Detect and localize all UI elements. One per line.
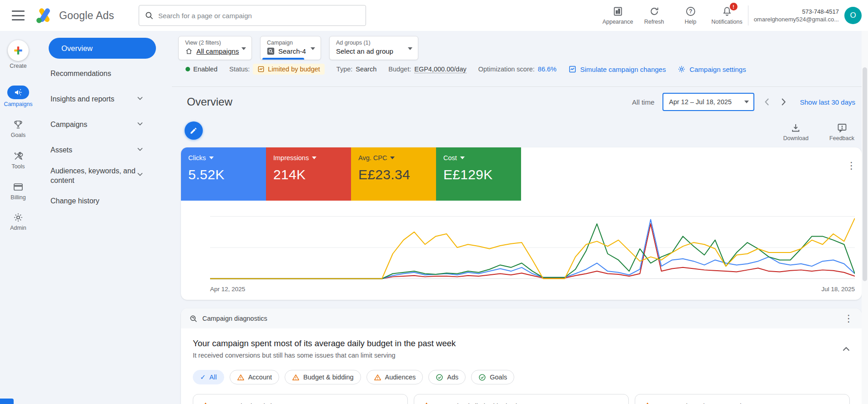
section-divider xyxy=(172,86,862,87)
warning-triangle-icon xyxy=(643,402,652,404)
adgroup-filter-dropdown[interactable]: Ad groups (1) Select an ad group xyxy=(329,36,418,60)
chevron-down-icon xyxy=(137,96,143,100)
refresh-button[interactable]: Refresh xyxy=(636,6,672,25)
check-circle-icon xyxy=(436,374,443,381)
chip-audiences[interactable]: Audiences xyxy=(366,370,423,384)
rail-item-admin[interactable]: Admin xyxy=(0,212,36,231)
view-filter-dropdown[interactable]: View (2 filters) All campaigns xyxy=(178,36,252,60)
campaign-settings-link[interactable]: Campaign settings xyxy=(677,65,746,73)
simulate-campaign-changes-link[interactable]: Simulate campaign changes xyxy=(568,65,666,73)
edit-button[interactable] xyxy=(185,121,203,140)
diagnostics-body: Your campaign spent most of its average … xyxy=(181,328,862,404)
chevron-down-icon xyxy=(137,172,143,176)
scrollbar-thumb[interactable] xyxy=(863,67,867,281)
global-search[interactable] xyxy=(139,5,366,26)
top-bar: Google Ads Appearance Refresh xyxy=(0,0,868,31)
feedback-button[interactable]: Feedback xyxy=(829,122,854,141)
issue-card-limited-by-budget[interactable]: Campaign is limited by budget xyxy=(414,394,629,404)
nav-item-overview[interactable]: Overview xyxy=(49,38,156,59)
chart-actions: Download Feedback xyxy=(783,122,855,141)
chip-account[interactable]: Account xyxy=(230,370,279,384)
refresh-icon xyxy=(649,6,660,17)
chart-canvas xyxy=(210,214,855,282)
optimization-score-label: Optimization score: xyxy=(478,66,535,73)
dropdown-arrow-icon xyxy=(311,47,315,50)
scorecard-clicks[interactable]: Clicks 5.52K xyxy=(181,147,266,201)
secondary-nav: Overview Recommendations Insights and re… xyxy=(36,31,172,404)
campaign-type-icon xyxy=(267,47,275,55)
nav-item-recommendations[interactable]: Recommendations xyxy=(50,69,163,78)
issue-card-not-targeting[interactable]: Not targeting relevant searches xyxy=(635,394,850,404)
google-ads-logo[interactable]: Google Ads xyxy=(35,7,114,24)
diagnostics-filter-chips: ✓ All Account Budget & bidding Audiences xyxy=(193,370,850,384)
topbar-actions: Appearance Refresh ? Help ! Notification xyxy=(600,6,745,25)
budget-value[interactable]: EGP4,000.00/day xyxy=(414,66,466,73)
search-input[interactable] xyxy=(158,12,360,20)
diagnostics-title: Campaign diagnostics xyxy=(202,315,267,322)
type-value: Search xyxy=(356,66,376,73)
app-title: Google Ads xyxy=(59,10,114,22)
rail-item-goals[interactable]: Goals xyxy=(0,119,36,138)
vertical-scrollbar[interactable] xyxy=(862,31,868,404)
chart-menu-button[interactable]: ⋮ xyxy=(847,161,856,170)
dropdown-arrow-icon xyxy=(241,47,246,50)
search-icon xyxy=(145,11,154,20)
time-series-chart xyxy=(210,214,855,282)
dropdown-arrow-icon xyxy=(460,157,465,159)
diagnostics-menu-button[interactable]: ⋮ xyxy=(844,314,853,323)
scorecard-avg-cpc[interactable]: Avg. CPC E£23.34 xyxy=(351,147,436,201)
diagnostics-icon xyxy=(189,314,198,323)
rail-item-campaigns[interactable]: Campaigns xyxy=(0,86,36,107)
rail-item-billing[interactable]: Billing xyxy=(0,182,36,201)
warning-triangle-icon xyxy=(237,374,245,381)
nav-item-insights-and-reports[interactable]: Insights and reports xyxy=(50,94,163,104)
optimization-score-value[interactable]: 86.6% xyxy=(538,66,557,73)
avatar[interactable]: O xyxy=(844,7,862,24)
chip-goals[interactable]: Goals xyxy=(471,370,514,384)
home-icon xyxy=(185,47,193,55)
menu-icon[interactable] xyxy=(12,10,25,20)
show-last-30-days-link[interactable]: Show last 30 days xyxy=(800,98,855,106)
previous-period-button[interactable] xyxy=(763,96,771,108)
diagnostics-headline: Your campaign spent most of its average … xyxy=(193,338,850,348)
scorecard-impressions[interactable]: Impressions 214K xyxy=(266,147,351,201)
all-time-label: All time xyxy=(632,98,654,106)
collapse-chevron-icon[interactable] xyxy=(840,342,853,356)
topbar-divider xyxy=(748,5,748,25)
chart-x-axis: Apr 12, 2025 Jul 18, 2025 xyxy=(210,286,855,293)
limited-by-budget-chip[interactable]: Limited by budget xyxy=(253,64,324,75)
create-button[interactable]: Create xyxy=(0,40,36,69)
rail-item-tools[interactable]: Tools xyxy=(0,151,36,170)
enabled-status[interactable]: Enabled xyxy=(186,66,217,73)
chip-budget-bidding[interactable]: Budget & bidding xyxy=(285,370,361,384)
nav-item-audiences-keywords-content[interactable]: Audiences, keywords, and content xyxy=(50,166,163,185)
chevron-down-icon xyxy=(137,147,143,151)
appearance-button[interactable]: Appearance xyxy=(600,6,636,25)
dropdown-arrow-icon xyxy=(390,157,395,159)
warning-triangle-icon xyxy=(374,374,381,381)
date-range-selector[interactable]: Apr 12 – Jul 18, 2025 xyxy=(662,93,754,111)
chip-all[interactable]: ✓ All xyxy=(193,370,224,384)
campaign-diagnostics-card: Campaign diagnostics ⋮ Your campaign spe… xyxy=(181,308,862,404)
scorecard-cost[interactable]: Cost E£129K xyxy=(436,147,521,201)
svg-text:?: ? xyxy=(689,8,692,15)
chip-ads[interactable]: Ads xyxy=(428,370,466,384)
diagnostics-subtitle: It received conversions but still has so… xyxy=(193,352,850,359)
help-button[interactable]: ? Help xyxy=(672,6,709,25)
nav-item-campaigns[interactable]: Campaigns xyxy=(50,120,163,129)
nav-item-change-history[interactable]: Change history xyxy=(50,196,163,206)
credit-card-icon xyxy=(13,182,24,192)
download-button[interactable]: Download xyxy=(783,122,809,141)
download-icon xyxy=(790,122,801,133)
filter-bar: View (2 filters) All campaigns Campaign … xyxy=(178,36,418,60)
notifications-button[interactable]: ! Notifications xyxy=(709,6,745,25)
next-period-button[interactable] xyxy=(779,96,788,108)
gear-icon xyxy=(13,212,24,223)
account-info[interactable]: 573-748-4517 omarelghonemy524@gmail.co..… xyxy=(754,8,839,23)
dropdown-arrow-icon xyxy=(209,157,214,159)
type-label: Type: xyxy=(336,66,352,73)
performance-chart-card: Clicks 5.52K Impressions 214K Avg. CPC E… xyxy=(181,147,862,300)
campaign-filter-dropdown[interactable]: Campaign Search-4 xyxy=(260,36,321,60)
nav-item-assets[interactable]: Assets xyxy=(50,145,163,155)
issue-card-account-budget[interactable]: Account budget is low xyxy=(193,394,408,404)
